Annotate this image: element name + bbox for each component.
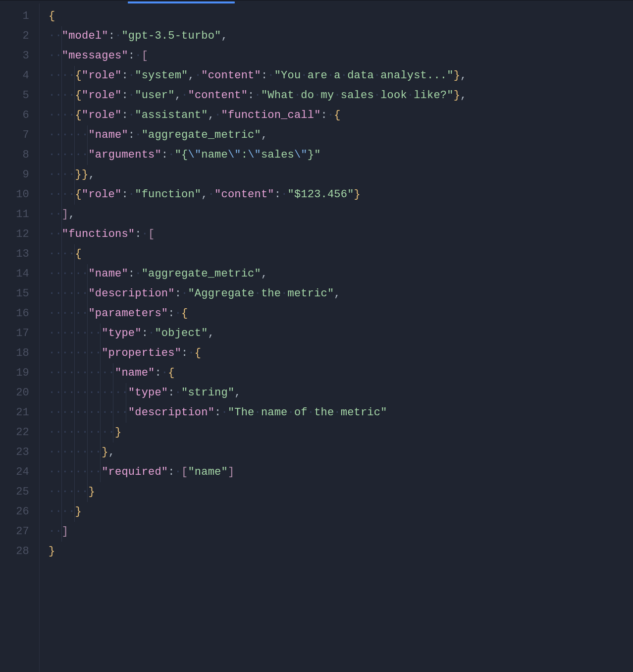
leading-whitespace: ········ — [49, 327, 102, 339]
json-key: "content" — [214, 188, 274, 201]
whitespace-dot: · — [327, 109, 334, 121]
indent-guide — [87, 343, 88, 363]
code-line[interactable]: ····{"role":·"system",·"content":·"You·a… — [49, 66, 633, 86]
code-line[interactable]: ··········"name":·{ — [49, 363, 633, 383]
json-string: "aggregate_metric" — [142, 268, 261, 280]
code-line[interactable]: ··] — [49, 522, 633, 542]
json-punct: : — [274, 188, 281, 201]
json-punct: , — [460, 89, 467, 102]
json-punct: , — [221, 30, 228, 42]
code-line[interactable]: ······"description":·"Aggregate·the·metr… — [49, 284, 633, 304]
leading-whitespace: ········ — [49, 466, 102, 478]
whitespace-dot: · — [128, 89, 135, 102]
json-string: look — [380, 89, 407, 102]
json-punct: : — [142, 327, 148, 339]
whitespace-dot: · — [281, 188, 287, 201]
whitespace-dot: · — [168, 149, 174, 161]
json-string: "$123.456" — [288, 188, 354, 201]
line-number: 15 — [0, 284, 39, 304]
json-punct: : — [128, 129, 135, 141]
code-line[interactable]: ······"arguments":·"{\"name\":\"sales\"}… — [49, 145, 633, 165]
code-line[interactable]: ······} — [49, 482, 633, 502]
json-brace: { — [181, 307, 188, 320]
leading-whitespace: ·· — [49, 228, 62, 240]
json-punct: : — [121, 89, 128, 102]
code-line[interactable]: } — [49, 542, 633, 561]
json-punct: , — [261, 268, 267, 280]
indent-guide — [61, 26, 62, 46]
line-number: 20 — [0, 383, 39, 403]
json-punct: : — [121, 188, 128, 201]
code-line[interactable]: ········"properties":·{ — [49, 343, 633, 363]
json-string: metric" — [288, 287, 334, 300]
code-line[interactable]: ········"required":·["name"] — [49, 462, 633, 482]
code-line[interactable]: ····{"role":·"function",·"content":·"$12… — [49, 185, 633, 205]
json-string: }" — [308, 149, 321, 161]
json-string: do — [301, 89, 314, 102]
code-line[interactable]: { — [49, 6, 633, 26]
line-number: 18 — [0, 343, 39, 363]
json-punct: : — [321, 109, 327, 121]
indent-guide — [74, 304, 75, 324]
indent-guide — [100, 363, 101, 383]
code-line[interactable]: ········}, — [49, 443, 633, 462]
whitespace-dot: · — [281, 287, 287, 300]
line-number: 17 — [0, 324, 39, 343]
code-area[interactable]: {··"model":·"gpt-3.5-turbo",··"messages"… — [40, 3, 633, 672]
json-punct: , — [108, 446, 115, 458]
line-number: 28 — [0, 542, 39, 561]
code-line[interactable]: ··"functions":·[ — [49, 224, 633, 244]
code-line[interactable]: ····{"role":·"assistant",·"function_call… — [49, 106, 633, 125]
json-brace: } — [354, 188, 361, 201]
json-key: "model" — [62, 30, 108, 42]
indent-guide — [61, 106, 62, 125]
whitespace-dot: · — [255, 287, 261, 300]
code-line[interactable]: ············"type":·"string", — [49, 383, 633, 403]
line-number: 2 — [0, 26, 39, 46]
json-brace: { — [75, 69, 82, 82]
json-punct: : — [168, 387, 174, 399]
json-string: analyst..." — [380, 69, 453, 82]
code-line[interactable]: ··"messages":·[ — [49, 46, 633, 66]
indent-guide — [74, 363, 75, 383]
code-line[interactable]: ····}}, — [49, 165, 633, 185]
code-line[interactable]: ······"parameters":·{ — [49, 304, 633, 324]
json-punct: , — [334, 287, 340, 300]
whitespace-dot: · — [294, 89, 301, 102]
indent-guide — [61, 86, 62, 106]
json-brace: }} — [75, 168, 89, 181]
code-line[interactable]: ····} — [49, 502, 633, 522]
indent-guide — [87, 443, 88, 462]
whitespace-dot: · — [255, 89, 261, 102]
json-punct: : — [261, 69, 267, 82]
code-line[interactable]: ··"model":·"gpt-3.5-turbo", — [49, 26, 633, 46]
json-string: : — [241, 149, 248, 161]
code-line[interactable]: ············"description":·"The·name·of·… — [49, 403, 633, 423]
json-punct: , — [68, 208, 75, 221]
json-string: "system" — [135, 69, 188, 82]
json-brace: } — [88, 486, 95, 498]
line-number: 9 — [0, 165, 39, 185]
code-line[interactable]: ········"type":·"object", — [49, 324, 633, 343]
json-brace: { — [75, 89, 82, 102]
code-line[interactable]: ······"name":·"aggregate_metric", — [49, 125, 633, 145]
code-line[interactable]: ··········} — [49, 423, 633, 443]
json-punct: : — [168, 466, 174, 478]
json-punct: , — [208, 109, 214, 121]
json-string: name — [201, 149, 228, 161]
code-editor[interactable]: 1234567891011121314151617181920212223242… — [0, 3, 633, 672]
code-line[interactable]: ······"name":·"aggregate_metric", — [49, 264, 633, 284]
code-line[interactable]: ····{"role":·"user",·"content":·"What·do… — [49, 86, 633, 106]
indent-guide — [87, 363, 88, 383]
line-number: 22 — [0, 423, 39, 443]
json-punct: , — [234, 387, 241, 399]
json-brace: } — [75, 505, 82, 518]
json-string: "aggregate_metric" — [142, 129, 261, 141]
indent-guide — [61, 66, 62, 86]
json-key: "role" — [82, 89, 121, 102]
whitespace-dot: · — [135, 50, 141, 62]
code-line[interactable]: ····{ — [49, 244, 633, 264]
code-line[interactable]: ··], — [49, 205, 633, 224]
json-bracket: ] — [62, 525, 68, 538]
json-punct: , — [208, 327, 214, 339]
